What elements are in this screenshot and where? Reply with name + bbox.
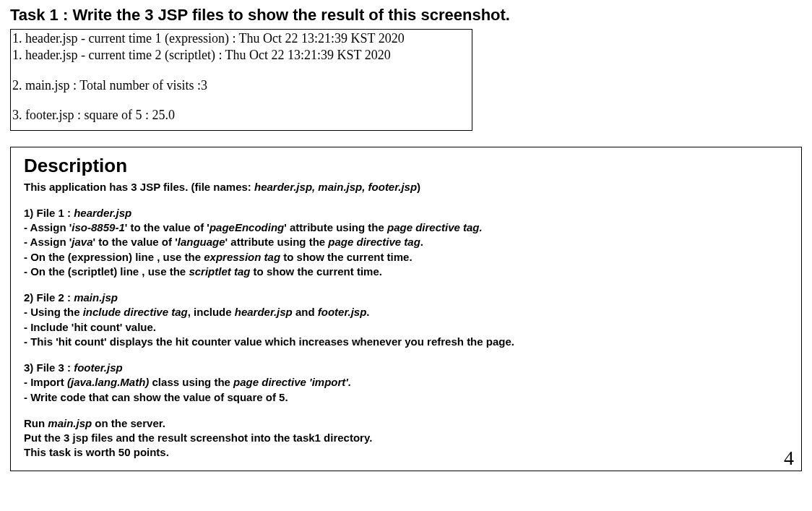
output-line-2: 1. header.jsp - current time 2 (scriptle… [12, 47, 470, 64]
description-intro: This application has 3 JSP files. (file … [24, 180, 788, 194]
task-title: Task 1 : Write the 3 JSP files to show t… [10, 6, 802, 25]
intro-close: ) [417, 181, 420, 193]
intro-filenames: hearder.jsp, main.jsp, footer.jsp [254, 181, 417, 193]
output-line-3: 2. main.jsp : Total number of visits :3 [12, 77, 470, 94]
file1-line2: - Assign 'java' to the value of 'languag… [24, 235, 788, 249]
file1-head: 1) File 1 : hearder.jsp [24, 206, 788, 220]
run-line3: This task is worth 50 points. [24, 445, 788, 460]
file1-line4: - On the (scriptlet) line , use the scri… [24, 265, 788, 279]
file3-head: 3) File 3 : footer.jsp [24, 361, 788, 375]
description-box: Description This application has 3 JSP f… [10, 147, 802, 471]
file2-head: 2) File 2 : main.jsp [24, 291, 788, 305]
output-line-4: 3. footer.jsp : square of 5 : 25.0 [12, 107, 470, 124]
file1-line1: - Assign 'iso-8859-1' to the value of 'p… [24, 220, 788, 235]
file2-line3: - This 'hit count' displays the hit coun… [24, 335, 788, 349]
run-line2: Put the 3 jsp files and the result scree… [24, 431, 788, 445]
file1-label: 1) File 1 : [24, 207, 74, 219]
file1-name: hearder.jsp [74, 207, 131, 219]
file1-line3: - On the (expression) line , use the exp… [24, 250, 788, 265]
file2-line2: - Include 'hit count' value. [24, 320, 788, 335]
output-line-1: 1. header.jsp - current time 1 (expressi… [12, 30, 470, 47]
file2-line1: - Using the include directive tag, inclu… [24, 305, 788, 319]
run-line1: Run main.jsp on the server. [24, 416, 788, 431]
file3-line1: - Import (java.lang.Math) class using th… [24, 375, 788, 390]
page-number: 4 [784, 445, 794, 472]
output-box: 1. header.jsp - current time 1 (expressi… [10, 29, 472, 131]
intro-text: This application has 3 JSP files. (file … [24, 181, 254, 193]
file3-line2: - Write code that can show the value of … [24, 390, 788, 405]
description-heading: Description [24, 153, 788, 179]
